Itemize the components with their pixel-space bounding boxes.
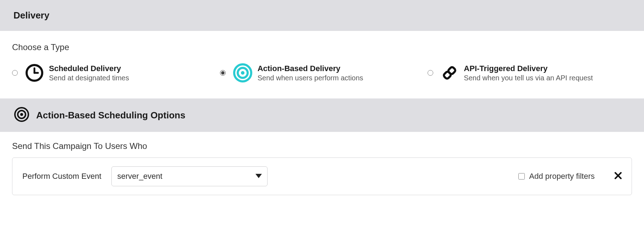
delivery-type-action-desc: Send when users perform actions: [258, 74, 363, 82]
delivery-type-scheduled-radio[interactable]: [12, 70, 18, 76]
delivery-type-scheduled[interactable]: Scheduled Delivery Send at designated ti…: [12, 63, 216, 83]
delivery-type-action-title: Action-Based Delivery: [258, 64, 363, 73]
trigger-card: Perform Custom Event Add property filter…: [12, 157, 632, 195]
trigger-config-label: Send This Campaign To Users Who: [12, 141, 632, 151]
remove-trigger-button[interactable]: [615, 172, 622, 181]
link-icon: [440, 64, 459, 82]
delivery-section-header: Delivery: [0, 0, 644, 31]
delivery-type-api-title: API-Triggered Delivery: [464, 64, 593, 73]
target-icon: [233, 63, 253, 83]
svg-point-5: [241, 71, 244, 75]
choose-type-label: Choose a Type: [12, 42, 632, 52]
delivery-type-api-radio[interactable]: [428, 70, 433, 76]
delivery-type-api[interactable]: API-Triggered Delivery Send when you tel…: [428, 63, 632, 83]
scheduling-options-header: Action-Based Scheduling Options: [0, 98, 644, 132]
delivery-type-block: Choose a Type Scheduled Delivery Send at…: [0, 31, 644, 98]
target-outline-icon: [13, 106, 30, 124]
add-property-filters[interactable]: Add property filters: [518, 172, 595, 181]
add-property-filters-checkbox[interactable]: [518, 173, 525, 180]
clock-icon: [25, 63, 44, 82]
svg-rect-7: [448, 66, 456, 75]
trigger-condition-label: Perform Custom Event: [22, 172, 101, 181]
trigger-config-block: Send This Campaign To Users Who Perform …: [0, 132, 644, 211]
delivery-type-action[interactable]: Action-Based Delivery Send when users pe…: [220, 63, 424, 83]
add-property-filters-label: Add property filters: [529, 172, 595, 181]
svg-point-10: [20, 113, 23, 116]
delivery-type-api-desc: Send when you tell us via an API request: [464, 74, 593, 82]
delivery-type-row: Scheduled Delivery Send at designated ti…: [12, 63, 632, 83]
delivery-type-action-radio[interactable]: [220, 70, 226, 76]
event-select-wrap: [111, 166, 268, 186]
event-select[interactable]: [111, 166, 268, 186]
delivery-title: Delivery: [13, 10, 631, 21]
delivery-type-scheduled-title: Scheduled Delivery: [49, 64, 129, 73]
delivery-type-scheduled-desc: Send at designated times: [49, 74, 129, 82]
scheduling-options-title: Action-Based Scheduling Options: [36, 110, 185, 121]
